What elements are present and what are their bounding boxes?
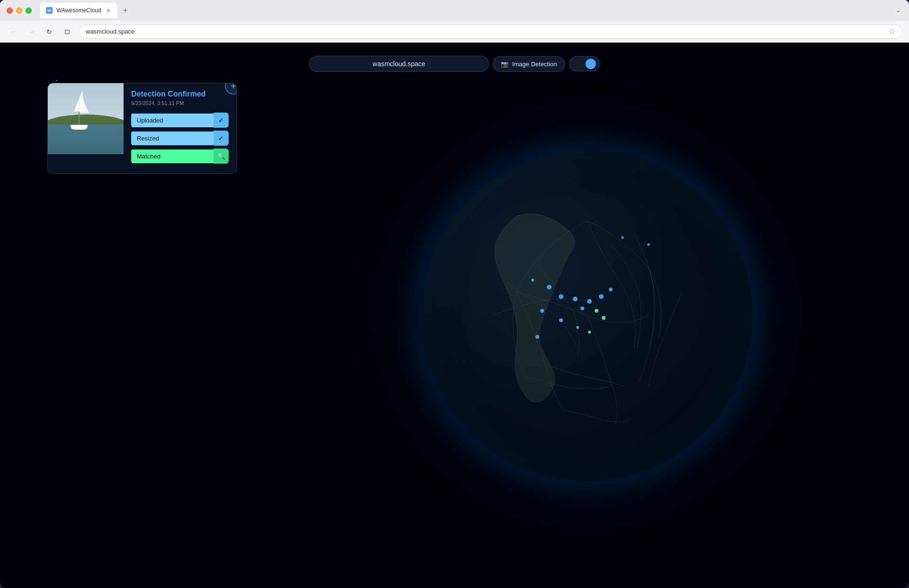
svg-point-0 bbox=[56, 80, 57, 81]
custom-url-bar[interactable]: wasmcloud.space bbox=[309, 56, 489, 72]
globe-svg bbox=[421, 150, 753, 481]
status-row-resized: Resized ✓ bbox=[131, 131, 229, 146]
status-row-uploaded: Uploaded ✓ bbox=[131, 113, 229, 128]
url-text: wasmcloud.space bbox=[86, 28, 889, 35]
globe bbox=[421, 150, 753, 481]
address-bar[interactable]: wasmcloud.space ☆ bbox=[79, 25, 902, 39]
tab-bar: W WAwesomeCloud ✕ + ⌄ bbox=[40, 3, 902, 18]
svg-point-50 bbox=[647, 243, 650, 246]
svg-point-38 bbox=[599, 294, 604, 299]
back-button[interactable]: ← bbox=[7, 25, 20, 38]
toggle-on-circle bbox=[585, 59, 596, 69]
nav-bar: ← → ↻ ⊡ wasmcloud.space ☆ bbox=[0, 21, 909, 43]
svg-point-46 bbox=[531, 279, 534, 281]
browser-content: wasmcloud.space 📷 Image Detection bbox=[0, 43, 909, 588]
svg-point-48 bbox=[588, 331, 591, 333]
close-button[interactable] bbox=[7, 8, 13, 14]
status-label-resized: Resized bbox=[131, 132, 214, 145]
image-detection-button[interactable]: 📷 Image Detection bbox=[493, 56, 565, 72]
card-info: + Detection Confirmed 9/23/2024, 3:51:11… bbox=[124, 83, 236, 173]
status-icon-matched: 🔍 bbox=[214, 149, 229, 164]
svg-point-43 bbox=[559, 318, 563, 322]
svg-point-40 bbox=[580, 307, 584, 310]
svg-point-34 bbox=[547, 285, 552, 290]
share-button[interactable]: ⊡ bbox=[61, 25, 74, 38]
status-icon-uploaded: ✓ bbox=[214, 113, 229, 128]
svg-point-45 bbox=[540, 309, 544, 313]
status-icon-resized: ✓ bbox=[214, 131, 229, 146]
svg-point-41 bbox=[595, 309, 598, 313]
forward-button[interactable]: → bbox=[25, 25, 38, 38]
maximize-button[interactable] bbox=[26, 8, 32, 14]
toggle-off-circle bbox=[573, 59, 583, 69]
custom-url-overlay: wasmcloud.space 📷 Image Detection bbox=[309, 56, 600, 72]
svg-point-49 bbox=[621, 236, 624, 239]
sailboat-scene bbox=[48, 83, 124, 154]
boat-sail-jib bbox=[80, 97, 89, 113]
svg-point-44 bbox=[535, 335, 539, 339]
status-label-uploaded: Uploaded bbox=[131, 114, 214, 127]
detection-card: + Detection Confirmed 9/23/2024, 3:51:11… bbox=[47, 83, 237, 174]
tab-close-button[interactable]: ✕ bbox=[105, 7, 112, 14]
bookmark-button[interactable]: ☆ bbox=[889, 27, 895, 36]
svg-point-37 bbox=[587, 299, 592, 304]
card-header: + Detection Confirmed 9/23/2024, 3:51:11… bbox=[48, 83, 236, 173]
new-tab-button[interactable]: + bbox=[119, 4, 132, 17]
toggle-switch[interactable] bbox=[569, 56, 600, 71]
refresh-button[interactable]: ↻ bbox=[43, 25, 56, 38]
svg-point-35 bbox=[559, 294, 563, 299]
camera-icon: 📷 bbox=[501, 61, 508, 68]
image-detection-label: Image Detection bbox=[512, 61, 557, 68]
status-label-matched: Matched bbox=[131, 149, 214, 163]
title-bar: W WAwesomeCloud ✕ + ⌄ bbox=[0, 0, 909, 21]
boat-hull bbox=[71, 125, 88, 130]
globe-container bbox=[421, 150, 753, 481]
detection-image bbox=[48, 83, 124, 154]
tab-dropdown-button[interactable]: ⌄ bbox=[894, 5, 902, 16]
tab-favicon: W bbox=[46, 7, 53, 14]
svg-point-42 bbox=[602, 316, 606, 320]
traffic-lights bbox=[7, 8, 32, 14]
minimize-button[interactable] bbox=[16, 8, 22, 14]
svg-point-36 bbox=[573, 297, 578, 301]
active-tab[interactable]: W WAwesomeCloud ✕ bbox=[40, 3, 117, 18]
tab-title: WAwesomeCloud bbox=[56, 7, 101, 14]
svg-point-47 bbox=[576, 326, 579, 329]
browser-window: W WAwesomeCloud ✕ + ⌄ ← → ↻ ⊡ wasmcloud.… bbox=[0, 0, 909, 588]
detection-timestamp: 9/23/2024, 3:51:11 PM bbox=[131, 100, 229, 106]
detection-title: Detection Confirmed bbox=[131, 90, 229, 98]
svg-point-39 bbox=[609, 288, 613, 291]
status-row-matched: Matched 🔍 bbox=[131, 149, 229, 164]
